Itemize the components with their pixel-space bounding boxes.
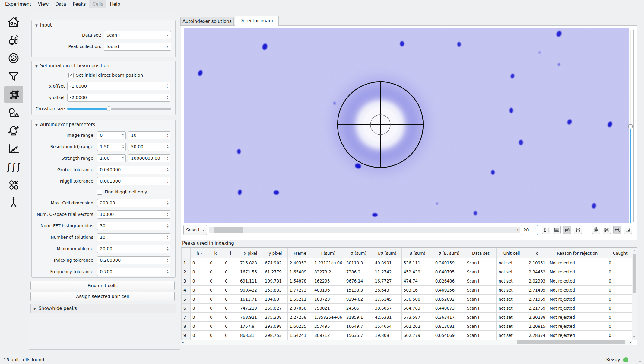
parameter-spinbox[interactable]: 10▴▾ — [97, 233, 170, 241]
predict-icon[interactable] — [4, 122, 23, 139]
input-group-header[interactable]: ▼Input — [35, 22, 52, 28]
rect-select-button[interactable] — [624, 226, 632, 234]
table-row[interactable]: 6000747.219255.0272.378587500212450630.6… — [182, 304, 634, 313]
column-header-unit-cell[interactable]: Unit cell — [496, 248, 527, 258]
frame-spinbox[interactable]: 20 ▴▾ — [521, 225, 538, 235]
column-header-frame[interactable]: Frame — [288, 248, 312, 258]
merge-icon[interactable] — [4, 195, 23, 212]
column-header-i-sum-[interactable]: I/σ (sum) — [373, 248, 401, 258]
spin-arrows-icon[interactable]: ▴▾ — [165, 156, 170, 161]
table-row[interactable]: 1000716.828674.9022.403531.23121e+063011… — [182, 258, 634, 267]
shapes-icon[interactable] — [4, 104, 23, 121]
table-row[interactable]: 50001611.71194.831.552111637239294.8217.… — [182, 295, 634, 304]
menu-help[interactable]: Help — [106, 0, 123, 8]
spin-arrows-icon[interactable]: ▴▾ — [165, 223, 170, 228]
data-set-select[interactable]: Scan I ▾ — [104, 31, 171, 39]
table-hscroll-thumb[interactable] — [517, 340, 625, 344]
scroll-down-icon[interactable]: ▾ — [633, 336, 635, 338]
menu-view[interactable]: View — [35, 0, 52, 8]
spin-arrows-icon[interactable]: ▴▾ — [165, 235, 170, 240]
table-row[interactable]: 7000768.921275.3382.272581.35825e+063185… — [182, 313, 634, 322]
table-row[interactable]: 3000691.111109.7311.548781622959676.1416… — [182, 276, 634, 286]
experiment-icon[interactable] — [4, 32, 23, 49]
menu-experiment[interactable]: Experiment — [2, 0, 35, 8]
spin-arrows-icon[interactable]: ▴▾ — [165, 258, 170, 263]
range-max-spinbox[interactable]: 10000000.00▴▾ — [128, 154, 170, 162]
range-max-spinbox[interactable]: 10▴▾ — [128, 131, 170, 139]
assign-unit-cell-button[interactable]: Assign selected unit cell — [30, 292, 175, 301]
crosshair-size-slider[interactable] — [67, 108, 171, 110]
column-header--b-sum-[interactable]: σ (B, sum) — [433, 248, 465, 258]
menu-peaks[interactable]: Peaks — [69, 0, 89, 8]
layers-button[interactable] — [574, 226, 582, 234]
spin-arrows-icon[interactable]: ▴▾ — [165, 179, 170, 184]
menu-cells[interactable]: Cells — [89, 0, 107, 8]
intensity-slider-handle[interactable] — [628, 124, 633, 128]
table-row[interactable]: 20001671.5661.27791.6540983273.27386.211… — [182, 267, 634, 276]
spin-arrows-icon[interactable]: ▴▾ — [165, 95, 170, 100]
frame-scrollbar[interactable]: ◂ ▸ — [209, 227, 520, 233]
show-hide-peaks-section[interactable]: ▶ Show/hide peaks — [30, 304, 176, 313]
scroll-left-icon[interactable]: ◂ — [182, 341, 184, 344]
find-unit-cells-button[interactable]: Find unit cells — [30, 281, 175, 290]
spin-arrows-icon[interactable]: ▴▾ — [165, 133, 170, 138]
column-header-b-sum-[interactable]: B (sum) — [401, 248, 433, 258]
scroll-right-icon[interactable]: ▸ — [517, 228, 519, 231]
set-beam-checkbox[interactable]: ✓ — [68, 73, 74, 78]
x-offset-spinbox[interactable]: -1.0000 ▴▾ — [67, 82, 170, 90]
tab-autoindexer-solutions[interactable]: Autoindexer solutions — [180, 17, 234, 26]
column-header-caught[interactable]: Caught — [607, 248, 634, 258]
clipboard-button[interactable] — [592, 226, 600, 234]
peaks-table[interactable]: h▾klx pixely pixelFrameI (sum)σ (sum)I/σ… — [181, 248, 634, 340]
spin-arrows-icon[interactable]: ▴▾ — [532, 228, 538, 232]
spin-arrows-icon[interactable]: ▴▾ — [165, 84, 170, 88]
parameter-spinbox[interactable]: 0.001000▴▾ — [97, 177, 170, 185]
autoindexer-group-header[interactable]: ▼Autoindexer parameters — [35, 122, 95, 127]
resize-grip[interactable] — [639, 358, 643, 362]
range-max-spinbox[interactable]: 50.00▴▾ — [128, 143, 170, 151]
column-header-h[interactable]: h▾ — [191, 248, 208, 258]
column-header-reason-for-rejection[interactable]: Reason for rejection — [548, 248, 607, 258]
slider-handle[interactable] — [106, 106, 111, 111]
home-icon[interactable] — [4, 14, 23, 30]
column-header-d[interactable]: d — [527, 248, 548, 258]
niggli-only-checkbox[interactable] — [97, 190, 102, 195]
table-vertical-scrollbar[interactable]: ▴ ▾ — [632, 248, 637, 340]
spin-arrows-icon[interactable]: ▴▾ — [120, 156, 125, 161]
parameter-spinbox[interactable]: 200.00▴▾ — [97, 199, 170, 207]
image-button[interactable] — [553, 226, 561, 234]
spin-arrows-icon[interactable]: ▴▾ — [165, 269, 170, 274]
spin-arrows-icon[interactable]: ▴▾ — [165, 144, 170, 149]
spin-arrows-icon[interactable]: ▴▾ — [165, 167, 170, 172]
parameter-spinbox[interactable]: 0.700▴▾ — [97, 268, 170, 276]
scroll-right-icon[interactable]: ▸ — [630, 341, 631, 344]
beam-group-header[interactable]: ▼Set initial direct beam position — [35, 63, 109, 69]
refine-scatter-icon[interactable] — [4, 140, 23, 157]
detector-image[interactable] — [184, 28, 629, 223]
table-row[interactable]: 4000900.422153.8331.7727340319615133.326… — [182, 286, 634, 295]
range-min-spinbox[interactable]: 0▴▾ — [97, 131, 126, 139]
parameter-spinbox[interactable]: 0.040000▴▾ — [97, 166, 170, 174]
filter-icon[interactable] — [4, 68, 23, 85]
parameter-spinbox[interactable]: 20.00▴▾ — [97, 245, 170, 253]
table-row[interactable]: 80001757.8293.0981.6022525749516649.715.… — [182, 322, 634, 331]
spin-arrows-icon[interactable]: ▴▾ — [120, 133, 125, 138]
hide-peaks-button[interactable] — [563, 226, 571, 234]
save-button[interactable] — [603, 226, 611, 234]
tab-detector-image[interactable]: Detector image — [235, 16, 279, 26]
column-header-data-set[interactable]: Data set — [465, 248, 496, 258]
column-header-i-sum-[interactable]: I (sum) — [312, 248, 344, 258]
table-row[interactable]: 9000868.31298.7531.5424130971215635.719.… — [182, 331, 634, 340]
table-vscroll-thumb[interactable] — [633, 254, 636, 293]
unit-cell-icon[interactable] — [4, 86, 23, 103]
integrate-icon[interactable]: ∫∫∫ — [4, 158, 23, 175]
table-horizontal-scrollbar[interactable]: ◂ ▸ — [181, 340, 632, 345]
reject-icon[interactable] — [4, 177, 23, 193]
zoom-button[interactable] — [613, 226, 621, 234]
scroll-up-icon[interactable]: ▴ — [633, 249, 635, 252]
column-header-y-pixel[interactable]: y pixel — [263, 248, 288, 258]
notebook-button[interactable] — [542, 226, 550, 234]
row-header-corner[interactable] — [182, 248, 191, 258]
parameter-spinbox[interactable]: 30▴▾ — [97, 222, 170, 230]
detector-target-icon[interactable] — [4, 50, 23, 67]
